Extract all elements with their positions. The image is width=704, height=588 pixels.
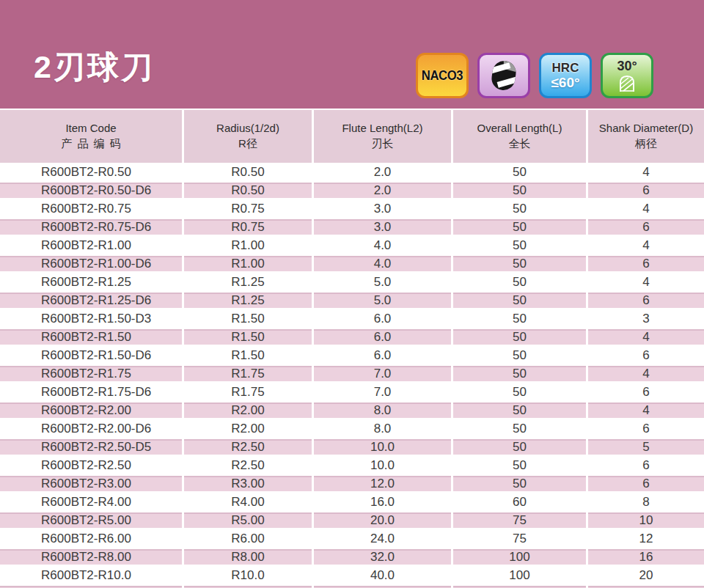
column-header-en: Flute Length(L2) xyxy=(342,122,422,136)
cell-flute-length: 2.0 xyxy=(314,183,453,198)
cell-item-code: R600BT2-R1.75-D6 xyxy=(0,383,184,401)
cell-shank-diameter: 6 xyxy=(588,293,704,308)
cell-shank-diameter: 4 xyxy=(588,236,704,254)
ball-nose-cutter-end-view-icon xyxy=(488,59,519,92)
cell-radius: R8.00 xyxy=(184,549,314,565)
cell-radius: R1.75 xyxy=(184,383,314,401)
cell-shank-diameter: 6 xyxy=(588,456,704,474)
cell-flute-length: 7.0 xyxy=(314,366,453,381)
column-header: Shank Diameter(D) 柄径 xyxy=(588,110,704,163)
table-row: R600BT2-R2.00 R2.00 8.0 50 4 xyxy=(0,401,704,419)
table-row: R600BT2-R4.00 R4.00 16.0 60 8 xyxy=(0,493,704,511)
cell-shank-diameter: 4 xyxy=(588,163,704,181)
cell-overall-length: 50 xyxy=(453,456,588,474)
cell-radius: R10.0 xyxy=(184,566,314,584)
cell-radius: R2.00 xyxy=(184,419,314,438)
cell-flute-length: 10.0 xyxy=(314,456,453,474)
cell-item-code: R600BT2-R1.00 xyxy=(0,236,184,254)
cell-shank-diameter: 4 xyxy=(588,366,704,381)
cell-shank-diameter: 5 xyxy=(588,439,704,455)
cell-overall-length: 50 xyxy=(453,236,588,254)
cell-overall-length: 50 xyxy=(453,366,588,381)
cell-overall-length: 50 xyxy=(453,329,588,345)
hrc-label: HRC xyxy=(552,62,579,76)
cell-item-code: R600BT2-R6.00 xyxy=(0,529,184,548)
naco3-coating-badge: NACO3 xyxy=(416,53,469,98)
cell-shank-diameter: 12 xyxy=(588,529,704,548)
cell-item-code: R600BT2-R2.00 xyxy=(0,403,184,418)
table-row: R600BT2-R1.75-D6 R1.75 7.0 50 6 xyxy=(0,383,704,401)
cell-item-code: R600BT2-R1.25-D6 xyxy=(0,293,184,308)
cell-flute-length: 24.0 xyxy=(314,529,453,548)
cell-radius: R0.75 xyxy=(184,199,314,218)
column-header-en: Item Code xyxy=(65,122,116,136)
table-row: R600BT2-R6.00 R6.00 24.0 75 12 xyxy=(0,529,704,548)
cell-overall-length: 50 xyxy=(453,293,588,308)
table-row: R600BT2-R5.00 R5.00 20.0 75 10 xyxy=(0,511,704,529)
cell-radius: R0.50 xyxy=(184,163,314,181)
cell-flute-length: 5.0 xyxy=(314,293,453,308)
table-row: R600BT2-R0.75 R0.75 3.0 50 4 xyxy=(0,199,704,218)
cell-radius: R2.00 xyxy=(184,403,314,418)
cell-flute-length: 16.0 xyxy=(314,493,453,511)
cell-radius: R2.50 xyxy=(184,456,314,474)
cell-shank-diameter: 6 xyxy=(588,183,704,198)
page-title: 2刃球刀 xyxy=(34,51,155,83)
cell-flute-length: 8.0 xyxy=(314,419,453,438)
cell-radius: R1.00 xyxy=(184,256,314,271)
cell-flute-length: 40.0 xyxy=(314,566,453,584)
table-row: R600BT2-R1.75 R1.75 7.0 50 4 xyxy=(0,364,704,383)
cell-shank-diameter: 4 xyxy=(588,199,704,218)
cell-shank-diameter: 8 xyxy=(588,493,704,511)
cell-overall-length: 50 xyxy=(453,183,588,198)
table-row: R600BT2-R0.75-D6 R0.75 3.0 50 6 xyxy=(0,218,704,236)
table-row: R600BT2-R8.00 R8.00 32.0 100 16 xyxy=(0,548,704,566)
cell-shank-diameter: 4 xyxy=(588,403,704,418)
table-row: R600BT2-R0.50 R0.50 2.0 50 4 xyxy=(0,163,704,181)
cell-overall-length: 50 xyxy=(453,256,588,271)
cell-overall-length: 50 xyxy=(453,346,588,364)
cell-shank-diameter: 6 xyxy=(588,383,704,401)
cell-overall-length: 50 xyxy=(453,199,588,218)
column-header: Radius(1/2d) R径 xyxy=(184,110,314,163)
cell-shank-diameter: 20 xyxy=(588,566,704,584)
cell-flute-length: 6.0 xyxy=(314,329,453,345)
cell-item-code: R600BT2-R0.50 xyxy=(0,163,184,181)
helix-angle-badge: 30° xyxy=(601,53,653,98)
cell-overall-length: 50 xyxy=(453,419,588,438)
naco3-label: NACO3 xyxy=(422,67,463,84)
column-header-zh: 全长 xyxy=(509,137,531,151)
cell-item-code: R600BT2-R8.00 xyxy=(0,549,184,565)
cell-overall-length: 50 xyxy=(453,476,588,491)
cell-item-code: R600BT2-R1.50 xyxy=(0,329,184,345)
cell-overall-length: 50 xyxy=(453,309,588,328)
cell-flute-length: 3.0 xyxy=(314,199,453,218)
table-row: R600BT2-R2.50-D5 R2.50 10.0 50 5 xyxy=(0,438,704,456)
table-row: R600BT2-R1.50 R1.50 6.0 50 4 xyxy=(0,328,704,346)
table-row: R600BT2-R2.50 R2.50 10.0 50 6 xyxy=(0,456,704,474)
cell-flute-length: 3.0 xyxy=(314,219,453,235)
table-row: R600BT2-R2.00-D6 R2.00 8.0 50 6 xyxy=(0,419,704,438)
cell-item-code: R600BT2-R3.00 xyxy=(0,476,184,491)
table-row: R600BT2-R1.25-D6 R1.25 5.0 50 6 xyxy=(0,291,704,309)
column-header-zh: 刃长 xyxy=(372,137,394,151)
cell-item-code: R600BT2-R4.00 xyxy=(0,493,184,511)
table-row: R600BT2-R1.00 R1.00 4.0 50 4 xyxy=(0,236,704,254)
cell-item-code: R600BT2-R1.50-D3 xyxy=(0,309,184,328)
table-row: R600BT2-R0.50-D6 R0.50 2.0 50 6 xyxy=(0,181,704,199)
cell-shank-diameter: 6 xyxy=(588,256,704,271)
hrc-value: ≤60° xyxy=(551,76,579,91)
cell-item-code: R600BT2-R2.50-D5 xyxy=(0,439,184,455)
cell-flute-length: 7.0 xyxy=(314,383,453,401)
cell-shank-diameter: 16 xyxy=(588,549,704,565)
page-header: 2刃球刀 NACO3 HRC ≤60° xyxy=(0,0,704,109)
cell-radius: R1.50 xyxy=(184,309,314,328)
cell-flute-length: 6.0 xyxy=(314,346,453,364)
cell-item-code: R600BT2-R1.75 xyxy=(0,366,184,381)
column-header: Overall Length(L) 全长 xyxy=(453,110,588,163)
cell-item-code: R600BT2-R5.00 xyxy=(0,512,184,528)
column-header-zh: 产品编码 xyxy=(62,137,126,151)
table-row: R600BT2-R1.50-D6 R1.50 6.0 50 6 xyxy=(0,346,704,364)
cell-radius: R2.50 xyxy=(184,439,314,455)
cell-radius: R5.00 xyxy=(184,512,314,528)
